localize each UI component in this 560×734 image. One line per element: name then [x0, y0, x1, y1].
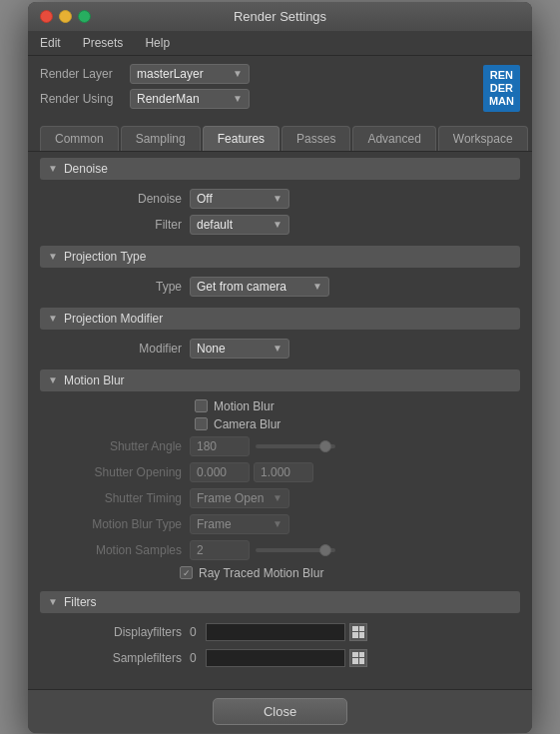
sf-icon-cell-4	[359, 658, 365, 664]
motion-samples-slider[interactable]	[256, 548, 335, 552]
render-using-label: Render Using	[40, 92, 130, 106]
camera-blur-checkbox-label: Camera Blur	[214, 417, 280, 431]
tab-sampling[interactable]: Sampling	[121, 126, 201, 151]
shutter-angle-input[interactable]: 180	[190, 436, 250, 456]
type-dropdown[interactable]: Get from camera ▼	[190, 277, 329, 297]
tab-advanced[interactable]: Advanced	[352, 126, 435, 151]
motion-blur-header[interactable]: ▼ Motion Blur	[40, 369, 520, 391]
projection-modifier-arrow-icon: ▼	[48, 313, 58, 324]
projection-modifier-header[interactable]: ▼ Projection Modifier	[40, 308, 520, 330]
samplefilters-row: Samplefilters 0	[40, 645, 520, 671]
shutter-timing-dropdown[interactable]: Frame Open ▼	[190, 488, 289, 508]
ray-traced-row: ✓ Ray Traced Motion Blur	[40, 563, 520, 583]
section-motion-blur: ▼ Motion Blur Motion Blur Camera Blur Sh…	[40, 369, 520, 587]
render-layer-arrow: ▼	[233, 68, 243, 79]
motion-samples-row: Motion Samples 2	[40, 537, 520, 563]
modifier-field-row: Modifier None ▼	[40, 336, 520, 362]
camera-blur-checkbox-row: Camera Blur	[40, 415, 520, 433]
menu-edit[interactable]: Edit	[36, 34, 65, 52]
close-button[interactable]: Close	[213, 698, 347, 725]
filters-body: Displayfilters 0 Samplefilters	[40, 615, 520, 675]
denoise-title: Denoise	[64, 162, 108, 176]
motion-samples-thumb	[319, 544, 331, 556]
menu-bar: Edit Presets Help	[28, 31, 532, 56]
filter-field-row: Filter default ▼	[40, 212, 520, 238]
tab-passes[interactable]: Passes	[281, 126, 350, 151]
shutter-angle-slider[interactable]	[256, 444, 335, 448]
section-filters: ▼ Filters Displayfilters 0	[40, 591, 520, 675]
filters-header[interactable]: ▼ Filters	[40, 591, 520, 613]
samplefilters-bar[interactable]	[206, 649, 345, 667]
projection-type-header[interactable]: ▼ Projection Type	[40, 246, 520, 268]
filter-dropdown[interactable]: default ▼	[190, 215, 289, 235]
modifier-dropdown-arrow: ▼	[273, 343, 282, 354]
projection-type-title: Projection Type	[64, 250, 147, 264]
projection-modifier-title: Projection Modifier	[64, 312, 163, 326]
tab-common[interactable]: Common	[40, 126, 119, 151]
tab-features[interactable]: Features	[203, 126, 280, 151]
displayfilters-icon-button[interactable]	[349, 623, 367, 641]
motion-blur-checkbox-row: Motion Blur	[40, 397, 520, 415]
render-using-arrow: ▼	[233, 93, 243, 104]
bottom-bar: Close	[28, 689, 532, 733]
render-settings-window: Render Settings Edit Presets Help Render…	[28, 2, 532, 733]
menu-presets[interactable]: Presets	[79, 34, 128, 52]
projection-type-body: Type Get from camera ▼	[40, 270, 520, 304]
motion-samples-label: Motion Samples	[60, 543, 190, 557]
motion-blur-type-dropdown[interactable]: Frame ▼	[190, 514, 289, 534]
displayfilters-row: Displayfilters 0	[40, 619, 520, 645]
denoise-dropdown[interactable]: Off ▼	[190, 189, 289, 209]
motion-blur-title: Motion Blur	[64, 373, 125, 387]
motion-blur-checkbox-label: Motion Blur	[214, 399, 275, 413]
displayfilters-label: Displayfilters	[60, 625, 190, 639]
samplefilters-icon-button[interactable]	[349, 649, 367, 667]
motion-blur-checkbox[interactable]	[195, 399, 208, 412]
displayfilters-bar[interactable]	[206, 623, 345, 641]
shutter-opening-label: Shutter Opening	[60, 465, 190, 479]
shutter-angle-slider-row: 180	[190, 436, 335, 456]
denoise-body: Denoise Off ▼ Filter default ▼	[40, 182, 520, 242]
render-using-dropdown[interactable]: RenderMan ▼	[130, 89, 250, 109]
render-layer-value: masterLayer	[137, 67, 204, 81]
filter-icon-cell-3	[352, 632, 358, 638]
filter-dropdown-arrow: ▼	[273, 219, 282, 230]
tabs-bar: Common Sampling Features Passes Advanced…	[28, 122, 532, 152]
shutter-opening-val1[interactable]: 0.000	[190, 462, 250, 482]
displayfilters-count: 0	[190, 625, 202, 639]
motion-samples-slider-row: 2	[190, 540, 335, 560]
type-field-row: Type Get from camera ▼	[40, 274, 520, 300]
shutter-opening-row: Shutter Opening 0.000 1.000	[40, 459, 520, 485]
filter-icon-cell-1	[352, 626, 358, 632]
render-using-row: Render Using RenderMan ▼	[40, 89, 483, 109]
shutter-timing-value: Frame Open	[197, 491, 264, 505]
motion-blur-type-row: Motion Blur Type Frame ▼	[40, 511, 520, 537]
shutter-angle-label: Shutter Angle	[60, 439, 190, 453]
modifier-dropdown[interactable]: None ▼	[190, 339, 289, 359]
sf-icon-cell-2	[359, 652, 365, 658]
shutter-timing-arrow: ▼	[273, 492, 282, 503]
maximize-traffic-light[interactable]	[78, 10, 91, 23]
tab-workspace[interactable]: Workspace	[438, 126, 528, 151]
camera-blur-checkbox[interactable]	[195, 417, 208, 430]
motion-blur-type-value: Frame	[197, 517, 232, 531]
render-layer-label: Render Layer	[40, 67, 130, 81]
shutter-opening-val2[interactable]: 1.000	[254, 462, 313, 482]
close-traffic-light[interactable]	[40, 10, 53, 23]
modifier-label: Modifier	[60, 342, 190, 356]
traffic-lights	[40, 10, 91, 23]
render-layer-dropdown[interactable]: masterLayer ▼	[130, 64, 250, 84]
modifier-value: None	[197, 342, 226, 356]
denoise-header[interactable]: ▼ Denoise	[40, 158, 520, 180]
shutter-angle-thumb	[319, 440, 331, 452]
section-projection-type: ▼ Projection Type Type Get from camera ▼	[40, 246, 520, 304]
content-area: Render Layer masterLayer ▼ Render Using …	[28, 56, 532, 122]
motion-samples-input[interactable]: 2	[190, 540, 250, 560]
minimize-traffic-light[interactable]	[59, 10, 72, 23]
section-denoise: ▼ Denoise Denoise Off ▼ Filter default ▼	[40, 158, 520, 242]
menu-help[interactable]: Help	[141, 34, 174, 52]
denoise-field-row: Denoise Off ▼	[40, 186, 520, 212]
ray-traced-checkbox[interactable]: ✓	[180, 566, 193, 579]
type-label: Type	[60, 280, 190, 294]
filters-title: Filters	[64, 595, 97, 609]
projection-modifier-body: Modifier None ▼	[40, 332, 520, 366]
